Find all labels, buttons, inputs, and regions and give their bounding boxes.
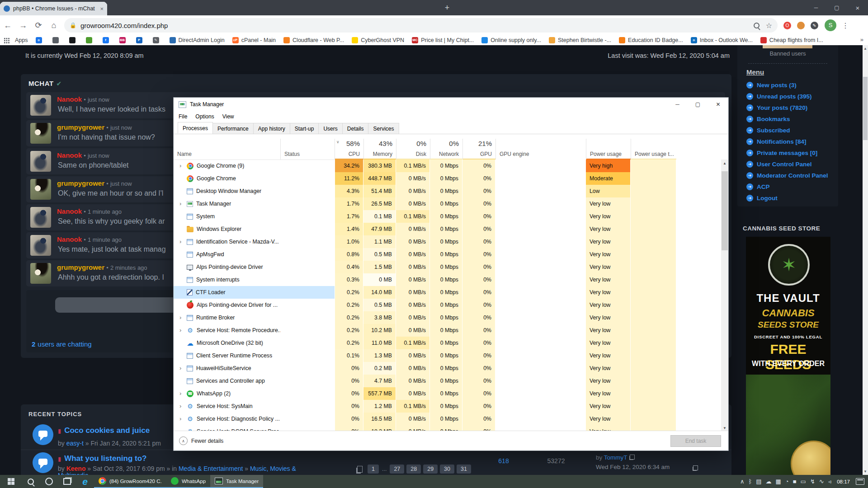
window-minimize-button[interactable]: ─ (806, 0, 826, 15)
expand-chevron-icon[interactable]: › (179, 160, 187, 172)
bookmark-item[interactable]: Online supply only... (481, 37, 541, 43)
sidebar-menu-item[interactable]: ➔ Your posts (7820) (746, 104, 828, 111)
tm-tab[interactable]: Processes (178, 122, 213, 133)
tm-tab[interactable]: App history (253, 123, 290, 134)
col-memory[interactable]: 43%Memory (363, 139, 396, 160)
lastpost-author-link[interactable]: TommyT (604, 454, 627, 461)
bookmark-item[interactable]: CyberGhost VPN (352, 37, 404, 43)
sidebar-menu-item[interactable]: ➔ Moderator Control Panel (746, 172, 828, 179)
tm-tab[interactable]: Start-up (290, 123, 319, 134)
scrollbar-thumb[interactable] (863, 77, 868, 140)
chat-username[interactable]: grumpygrower (57, 263, 104, 271)
task-view-button[interactable] (58, 475, 76, 488)
bookmark-item[interactable] (86, 37, 95, 43)
expand-chevron-icon[interactable]: › (179, 362, 187, 375)
tm-menu-item[interactable]: Options (191, 113, 218, 120)
col-power-usage[interactable]: Power usage (586, 139, 631, 160)
tm-scrollbar[interactable]: ▲ ▼ (721, 160, 728, 432)
sidebar-menu-item[interactable]: ➔ Logout (746, 195, 828, 202)
action-center-icon[interactable] (856, 478, 864, 485)
col-gpu[interactable]: 21%GPU (462, 139, 495, 160)
window-close-button[interactable]: × (847, 0, 868, 15)
bookmark-item[interactable]: MC Price list | My Chipt... (412, 37, 474, 43)
address-bar[interactable]: 🔒 growroom420.com/index.php ☆ (64, 18, 778, 33)
process-row[interactable]: Alps Pointing-device Driver for ... 0.2%… (174, 299, 722, 311)
chat-username[interactable]: Nanook (57, 207, 82, 215)
tray-icon[interactable]: ☁ (766, 475, 772, 488)
col-network[interactable]: 0%Network (430, 139, 462, 160)
process-row[interactable]: › Task Manager 1.7% 26.5 MB 0 MB/s 0 Mbp… (174, 197, 722, 210)
end-task-button[interactable]: End task (670, 435, 721, 447)
category-link[interactable]: Music, Movies & (250, 465, 296, 472)
process-row[interactable]: Alps Pointing-device Driver 0.4% 1.5 MB … (174, 261, 722, 273)
tray-icon[interactable]: ∧ (740, 475, 745, 488)
sidebar-menu-item[interactable]: ➔ User Control Panel (746, 161, 828, 168)
tab-close-icon[interactable]: × (100, 5, 104, 12)
extension-icon[interactable]: ✎ (811, 22, 818, 29)
process-row[interactable]: System 1.7% 0.1 MB 0.1 MB/s 0 Mbps 0% Ve… (174, 210, 722, 223)
chat-username[interactable]: grumpygrower (57, 179, 104, 187)
tm-maximize-button[interactable]: ▢ (688, 98, 708, 111)
page-number-button[interactable]: 27 (390, 465, 404, 474)
url-text[interactable]: growroom420.com/index.php (80, 22, 754, 29)
process-row[interactable]: › Identification Service - Mazda-V... 1.… (174, 235, 722, 248)
tm-tab[interactable]: Users (318, 123, 342, 134)
col-cpu[interactable]: ∨58%CPU (335, 139, 363, 160)
home-icon[interactable]: ⌂ (46, 21, 61, 30)
extension-icon[interactable]: O (783, 22, 791, 29)
bookmark-item[interactable]: P (136, 37, 145, 43)
page-number-button[interactable]: 28 (406, 465, 421, 474)
category-link[interactable]: Media & Entertainment (179, 465, 243, 472)
process-row[interactable]: › ⚙ Service Host: SysMain 0% 1.2 MB 0.1 … (174, 400, 722, 413)
tray-icon[interactable]: ▤ (756, 475, 761, 488)
expand-chevron-icon[interactable]: › (179, 400, 187, 413)
col-status[interactable]: Status (280, 139, 335, 160)
bookmark-item[interactable]: o (36, 37, 45, 43)
col-disk[interactable]: 0%Disk (396, 139, 430, 160)
page-number-button[interactable]: 31 (457, 465, 471, 474)
start-button[interactable] (0, 475, 22, 488)
taskbar-clock[interactable]: 08:17 (837, 479, 850, 484)
bookmark-item[interactable]: cP cPanel - Main (232, 37, 276, 43)
forward-icon[interactable]: → (15, 21, 31, 30)
edge-button[interactable]: e (76, 475, 94, 488)
bookmark-item[interactable]: Stephen Birtwistle -... (549, 37, 611, 43)
window-maximize-button[interactable]: ▢ (826, 0, 847, 15)
author-link[interactable]: Keeno (66, 465, 86, 472)
apps-label[interactable]: Apps (15, 37, 28, 43)
page-number-button[interactable]: 30 (440, 465, 454, 474)
process-row[interactable]: › Google Chrome (9) 34.2% 380.3 MB 0.1 M… (174, 160, 722, 172)
sidebar-menu-item[interactable]: ➔ Unread posts (395) (746, 93, 828, 100)
process-row[interactable]: System interrupts 0.3% 0 MB 0 MB/s 0 Mbp… (174, 273, 722, 286)
scroll-up-icon[interactable]: ▲ (863, 47, 868, 51)
process-row[interactable]: Client Server Runtime Process 0.1% 1.3 M… (174, 349, 722, 362)
sidebar-menu-item[interactable]: ➔ Bookmarks (746, 116, 828, 122)
expand-chevron-icon[interactable]: › (179, 235, 187, 248)
author-link[interactable]: easy-t (66, 440, 84, 447)
scroll-down-icon[interactable]: ▼ (721, 426, 728, 430)
bookmark-item[interactable]: DirectAdmin Login (170, 37, 225, 43)
sidebar-menu-item[interactable]: ➔ Notifications [84] (746, 138, 828, 145)
taskbar-app-button[interactable]: WhatsApp (166, 475, 210, 488)
extension-icon[interactable] (797, 22, 805, 29)
tray-icon[interactable]: ◔ (785, 475, 789, 488)
process-row[interactable]: › Runtime Broker 0.2% 3.8 MB 0 MB/s 0 Mb… (174, 311, 722, 324)
scroll-down-icon[interactable]: ▼ (863, 469, 868, 474)
scrollbar-thumb[interactable] (722, 171, 728, 250)
page-scrollbar[interactable]: ▲ ▼ (863, 45, 868, 475)
process-row[interactable]: CTF Loader 0.2% 14.0 MB 0 MB/s 0 Mbps 0%… (174, 286, 722, 299)
tm-tab[interactable]: Details (342, 123, 369, 134)
process-row[interactable]: › ⚙ Service Host: Remote Procedure... 0.… (174, 324, 722, 337)
expand-chevron-icon[interactable]: › (179, 413, 187, 425)
tm-tab[interactable]: Services (368, 123, 399, 134)
tm-title-bar[interactable]: Task Manager ─ ▢ ✕ (174, 98, 728, 111)
taskbar-search-button[interactable] (22, 475, 40, 488)
col-power-trend[interactable]: Power usage t... (631, 139, 676, 160)
bookmarks-overflow-icon[interactable]: » (860, 36, 863, 43)
tm-minimize-button[interactable]: ─ (667, 98, 688, 111)
expand-chevron-icon[interactable]: › (179, 387, 187, 400)
tm-close-button[interactable]: ✕ (708, 98, 728, 111)
apps-grid-icon[interactable] (4, 38, 9, 43)
tm-menu-item[interactable]: View (218, 113, 238, 120)
topic-title[interactable]: ▮Coco cookies and juice (58, 426, 150, 435)
